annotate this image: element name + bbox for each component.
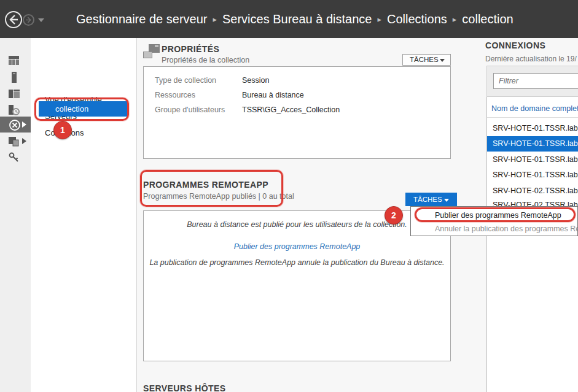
properties-tile-icon [143,44,160,58]
connections-refresh-text: Dernière actualisation le 19/ [485,55,578,63]
property-label: Ressources [155,91,195,99]
property-label: Type de collection [155,76,216,85]
breadcrumb-separator-icon: ▸ [453,15,457,24]
all-servers-icon [8,88,20,100]
dashboard-icon [8,55,20,67]
sidebar-icon-strip [0,38,31,392]
menu-item-publish-remoteapp[interactable]: Publier des programmes RemoteApp [411,209,578,222]
forward-button[interactable] [23,14,34,26]
menu-item-unpublish-remoteapp[interactable]: Annuler la publication des programmes Re… [411,222,578,236]
remoteapp-status-text: Bureau à distance est publié pour les ut… [144,220,450,229]
sidebar-item-file-storage-services[interactable] [0,133,31,149]
properties-title: PROPRIÉTÉS [162,44,219,54]
connection-row[interactable]: SRV-HOTE-01.TSSR.lab [487,167,578,183]
connection-row[interactable]: SRV-HOTE-02.TSSR.lab [487,183,578,199]
forward-arrow-icon [24,15,33,25]
sidebar-item-server-roles[interactable] [0,102,31,118]
remoteapp-title: PROGRAMMES REMOTEAPP [143,180,268,190]
remoteapp-subtitle: Programmes RemoteApp publiés | 0 au tota… [143,192,294,201]
remote-desktop-services-icon [8,118,21,132]
properties-box: Type de collection Session Ressources Bu… [143,66,451,159]
sidebar-item-remote-desktop-services[interactable] [0,117,31,133]
connection-row[interactable]: SRV-HOTE-01.TSSR.lab [487,152,578,167]
flyout-arrow-icon [22,121,26,128]
breadcrumb-server-manager[interactable]: Gestionnaire de serveur [76,12,207,26]
breadcrumb-collections[interactable]: Collections [387,12,447,26]
chevron-down-icon [444,199,449,202]
back-arrow-icon [6,12,21,27]
nav-divider [136,38,137,392]
server-manager-window: Gestionnaire de serveur▸Services Bureau … [0,0,578,392]
breadcrumb: Gestionnaire de serveur▸Services Bureau … [76,0,514,38]
back-button[interactable] [5,11,22,28]
property-value: Session [242,73,269,88]
connection-row-selected[interactable]: SRV-HOTE-01.TSSR.lab [487,136,578,152]
breadcrumb-collection[interactable]: collection [462,12,513,26]
nav-history-dropdown-icon[interactable] [38,18,44,22]
sidebar-item-all-servers[interactable] [0,86,31,102]
breadcrumb-separator-icon: ▸ [377,15,381,24]
property-row: Ressources Bureau à distance [155,88,195,102]
breadcrumb-separator-icon: ▸ [213,15,217,24]
local-server-icon [8,71,20,83]
remoteapp-tasks-button[interactable]: TÂCHES [405,193,457,206]
properties-subtitle: Propriétés de la collection [162,56,249,64]
publish-remoteapp-link[interactable]: Publier des programmes RemoteApp [234,242,361,251]
property-value: TSSR\GG_Acces_Collection [242,102,340,117]
sidebar-item-local-server[interactable] [0,69,31,85]
properties-tasks-button[interactable]: TÂCHES [402,54,451,66]
flyout-arrow-icon [22,138,26,144]
breadcrumb-rds[interactable]: Services Bureau à distance [222,12,372,26]
topbar: Gestionnaire de serveur▸Services Bureau … [0,0,578,38]
nav-item-collection-selected[interactable]: collection [39,101,127,117]
nav-item-collections[interactable]: Collections [45,128,84,137]
property-label: Groupe d'utilisateurs [155,106,225,114]
property-row: Groupe d'utilisateurs TSSR\GG_Acces_Coll… [155,102,225,117]
server-roles-icon [8,104,20,116]
remoteapp-box: Bureau à distance est publié pour les ut… [143,210,451,361]
property-row: Type de collection Session [155,73,216,88]
column-header-fqdn[interactable]: Nom de domaine complet [491,104,578,113]
connection-row[interactable]: SRV-HOTE-01.TSSR.lab [487,121,578,136]
column-header-divider [487,117,578,118]
connections-title: CONNEXIONS [485,40,545,50]
property-value: Bureau à distance [242,88,304,102]
file-storage-services-icon [8,135,20,147]
host-servers-title: SERVEURS HÔTES [143,383,226,392]
remoteapp-tasks-label: TÂCHES [413,196,442,203]
tasks-dropdown-menu: Publier des programmes RemoteApp Annuler… [410,206,578,236]
remoteapp-note-text: La publication de programmes RemoteApp a… [144,258,450,267]
sidebar-item-dashboard[interactable] [0,53,31,69]
collection-nav-panel: Vue d’ensemble Serveurs Collections coll… [31,38,136,392]
filter-input[interactable] [493,73,578,89]
sidebar-item-keys[interactable] [0,150,31,166]
keys-icon [8,152,20,164]
properties-tasks-label: TÂCHES [410,56,439,63]
chevron-down-icon [440,59,445,62]
